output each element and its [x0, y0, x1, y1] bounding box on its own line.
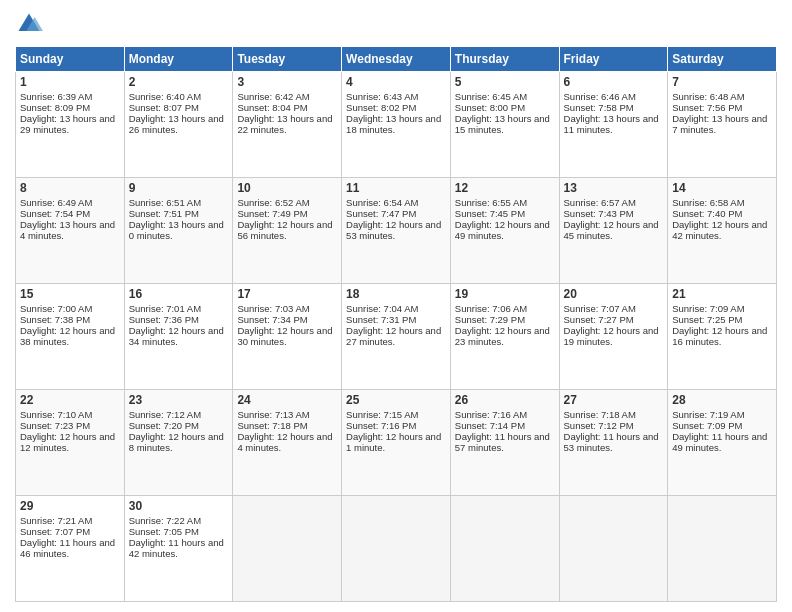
calendar-body: 1Sunrise: 6:39 AMSunset: 8:09 PMDaylight… — [16, 72, 777, 602]
calendar-cell: 21Sunrise: 7:09 AMSunset: 7:25 PMDayligh… — [668, 284, 777, 390]
day-info: Sunset: 7:23 PM — [20, 420, 120, 431]
calendar-cell: 24Sunrise: 7:13 AMSunset: 7:18 PMDayligh… — [233, 390, 342, 496]
day-info: Daylight: 13 hours and 15 minutes. — [455, 113, 555, 135]
calendar-cell: 28Sunrise: 7:19 AMSunset: 7:09 PMDayligh… — [668, 390, 777, 496]
calendar-cell — [668, 496, 777, 602]
day-info: Daylight: 13 hours and 7 minutes. — [672, 113, 772, 135]
day-info: Sunrise: 7:10 AM — [20, 409, 120, 420]
day-info: Sunrise: 7:01 AM — [129, 303, 229, 314]
day-info: Sunrise: 6:45 AM — [455, 91, 555, 102]
calendar-week-row: 1Sunrise: 6:39 AMSunset: 8:09 PMDaylight… — [16, 72, 777, 178]
calendar-cell — [450, 496, 559, 602]
day-number: 19 — [455, 287, 555, 301]
calendar-cell: 27Sunrise: 7:18 AMSunset: 7:12 PMDayligh… — [559, 390, 668, 496]
day-info: Daylight: 12 hours and 23 minutes. — [455, 325, 555, 347]
day-info: Sunset: 8:02 PM — [346, 102, 446, 113]
day-info: Sunrise: 7:12 AM — [129, 409, 229, 420]
day-info: Sunset: 7:34 PM — [237, 314, 337, 325]
calendar-cell: 25Sunrise: 7:15 AMSunset: 7:16 PMDayligh… — [342, 390, 451, 496]
day-info: Sunset: 7:43 PM — [564, 208, 664, 219]
day-number: 21 — [672, 287, 772, 301]
calendar-cell: 26Sunrise: 7:16 AMSunset: 7:14 PMDayligh… — [450, 390, 559, 496]
calendar-cell: 14Sunrise: 6:58 AMSunset: 7:40 PMDayligh… — [668, 178, 777, 284]
day-info: Sunset: 8:07 PM — [129, 102, 229, 113]
calendar-cell — [559, 496, 668, 602]
day-number: 23 — [129, 393, 229, 407]
day-info: Daylight: 12 hours and 42 minutes. — [672, 219, 772, 241]
day-info: Sunset: 7:20 PM — [129, 420, 229, 431]
day-number: 15 — [20, 287, 120, 301]
day-info: Sunrise: 6:43 AM — [346, 91, 446, 102]
day-number: 13 — [564, 181, 664, 195]
day-number: 17 — [237, 287, 337, 301]
day-info: Sunrise: 6:57 AM — [564, 197, 664, 208]
day-number: 26 — [455, 393, 555, 407]
calendar-cell: 7Sunrise: 6:48 AMSunset: 7:56 PMDaylight… — [668, 72, 777, 178]
day-header-thursday: Thursday — [450, 47, 559, 72]
day-number: 4 — [346, 75, 446, 89]
calendar-cell: 22Sunrise: 7:10 AMSunset: 7:23 PMDayligh… — [16, 390, 125, 496]
day-info: Sunset: 7:31 PM — [346, 314, 446, 325]
calendar-week-row: 29Sunrise: 7:21 AMSunset: 7:07 PMDayligh… — [16, 496, 777, 602]
day-header-tuesday: Tuesday — [233, 47, 342, 72]
day-number: 6 — [564, 75, 664, 89]
day-info: Daylight: 12 hours and 12 minutes. — [20, 431, 120, 453]
day-number: 7 — [672, 75, 772, 89]
day-info: Daylight: 12 hours and 53 minutes. — [346, 219, 446, 241]
day-info: Daylight: 12 hours and 34 minutes. — [129, 325, 229, 347]
calendar-cell: 16Sunrise: 7:01 AMSunset: 7:36 PMDayligh… — [124, 284, 233, 390]
day-number: 11 — [346, 181, 446, 195]
day-info: Sunrise: 6:54 AM — [346, 197, 446, 208]
day-info: Daylight: 13 hours and 29 minutes. — [20, 113, 120, 135]
day-number: 28 — [672, 393, 772, 407]
day-header-monday: Monday — [124, 47, 233, 72]
day-info: Sunrise: 6:49 AM — [20, 197, 120, 208]
calendar-cell: 9Sunrise: 6:51 AMSunset: 7:51 PMDaylight… — [124, 178, 233, 284]
day-info: Daylight: 12 hours and 8 minutes. — [129, 431, 229, 453]
calendar-week-row: 22Sunrise: 7:10 AMSunset: 7:23 PMDayligh… — [16, 390, 777, 496]
day-info: Sunrise: 7:04 AM — [346, 303, 446, 314]
day-info: Sunset: 7:54 PM — [20, 208, 120, 219]
day-info: Sunrise: 6:51 AM — [129, 197, 229, 208]
day-info: Sunset: 8:00 PM — [455, 102, 555, 113]
day-info: Sunset: 7:18 PM — [237, 420, 337, 431]
day-info: Daylight: 11 hours and 53 minutes. — [564, 431, 664, 453]
day-info: Sunset: 7:12 PM — [564, 420, 664, 431]
logo — [15, 10, 47, 38]
page: SundayMondayTuesdayWednesdayThursdayFrid… — [0, 0, 792, 612]
day-info: Daylight: 11 hours and 57 minutes. — [455, 431, 555, 453]
calendar-table: SundayMondayTuesdayWednesdayThursdayFrid… — [15, 46, 777, 602]
day-info: Sunset: 7:38 PM — [20, 314, 120, 325]
calendar-cell: 13Sunrise: 6:57 AMSunset: 7:43 PMDayligh… — [559, 178, 668, 284]
day-info: Daylight: 13 hours and 22 minutes. — [237, 113, 337, 135]
day-number: 3 — [237, 75, 337, 89]
day-number: 1 — [20, 75, 120, 89]
day-info: Sunset: 8:09 PM — [20, 102, 120, 113]
day-number: 24 — [237, 393, 337, 407]
day-info: Daylight: 12 hours and 27 minutes. — [346, 325, 446, 347]
day-info: Sunset: 7:49 PM — [237, 208, 337, 219]
day-info: Sunset: 7:07 PM — [20, 526, 120, 537]
day-info: Sunset: 7:45 PM — [455, 208, 555, 219]
calendar-cell: 30Sunrise: 7:22 AMSunset: 7:05 PMDayligh… — [124, 496, 233, 602]
day-number: 20 — [564, 287, 664, 301]
calendar-cell: 17Sunrise: 7:03 AMSunset: 7:34 PMDayligh… — [233, 284, 342, 390]
day-info: Sunrise: 7:21 AM — [20, 515, 120, 526]
calendar-header-row: SundayMondayTuesdayWednesdayThursdayFrid… — [16, 47, 777, 72]
day-info: Daylight: 12 hours and 38 minutes. — [20, 325, 120, 347]
day-number: 12 — [455, 181, 555, 195]
day-header-sunday: Sunday — [16, 47, 125, 72]
day-info: Daylight: 12 hours and 56 minutes. — [237, 219, 337, 241]
day-info: Daylight: 13 hours and 11 minutes. — [564, 113, 664, 135]
calendar-cell: 18Sunrise: 7:04 AMSunset: 7:31 PMDayligh… — [342, 284, 451, 390]
day-number: 14 — [672, 181, 772, 195]
day-info: Sunset: 7:40 PM — [672, 208, 772, 219]
day-info: Sunrise: 7:06 AM — [455, 303, 555, 314]
day-info: Sunrise: 6:40 AM — [129, 91, 229, 102]
day-header-friday: Friday — [559, 47, 668, 72]
day-number: 5 — [455, 75, 555, 89]
day-info: Sunset: 7:36 PM — [129, 314, 229, 325]
day-info: Sunrise: 7:09 AM — [672, 303, 772, 314]
calendar-cell: 15Sunrise: 7:00 AMSunset: 7:38 PMDayligh… — [16, 284, 125, 390]
calendar-week-row: 8Sunrise: 6:49 AMSunset: 7:54 PMDaylight… — [16, 178, 777, 284]
